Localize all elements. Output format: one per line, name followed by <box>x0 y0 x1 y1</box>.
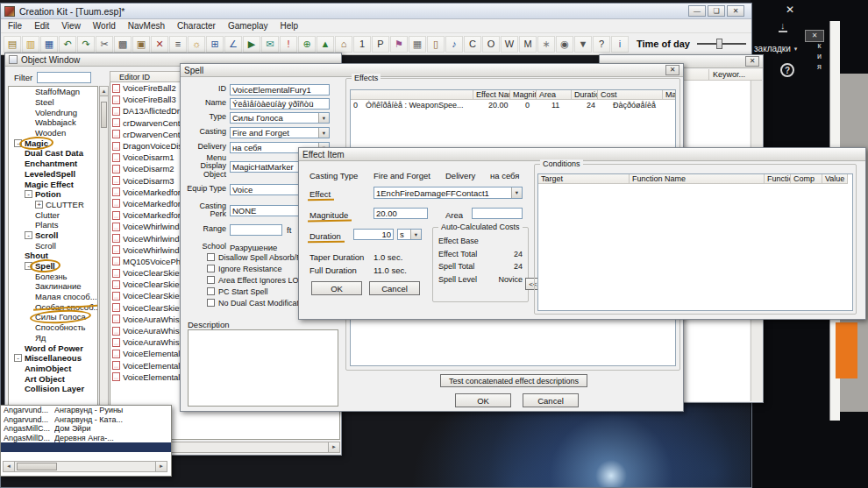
menu-item[interactable]: View <box>61 21 81 31</box>
close-icon[interactable]: ✕ <box>665 65 679 75</box>
tree-item[interactable]: LeveledSpell <box>9 169 97 180</box>
close-icon[interactable]: ✕ <box>745 56 759 67</box>
undo-icon[interactable]: ↶ <box>59 36 76 53</box>
info-icon[interactable]: i <box>611 36 629 53</box>
minimize-button[interactable]: — <box>688 5 706 17</box>
tree-item[interactable]: AnimObject <box>9 364 97 374</box>
scroll-right-icon[interactable]: ► <box>155 462 167 471</box>
tree-item[interactable]: Dual Cast Data <box>9 148 97 159</box>
tree-item[interactable]: Малая способ... <box>9 292 97 302</box>
scroll-thumb[interactable] <box>101 102 107 128</box>
tree-item[interactable]: Scroll <box>9 240 97 251</box>
flag-icon[interactable]: ⚑ <box>390 36 408 53</box>
terrain-icon[interactable]: ▲ <box>317 36 334 53</box>
checkbox[interactable] <box>207 299 215 307</box>
tree-item[interactable]: Особая способ... <box>9 301 97 312</box>
effects-column-header[interactable]: Area <box>537 90 572 100</box>
checkbox[interactable] <box>207 265 215 272</box>
cut-icon[interactable]: ✂ <box>96 36 113 53</box>
letter-w-icon[interactable]: W <box>501 36 518 53</box>
tree-item[interactable]: Заклинание <box>9 281 97 292</box>
menu-item[interactable]: Character <box>177 21 216 31</box>
conditions-column-header[interactable]: Target <box>538 174 630 184</box>
tree-item[interactable]: Volendrung <box>9 107 97 117</box>
conditions-column-header[interactable]: Value <box>822 174 848 184</box>
tree-item[interactable]: - Scroll <box>9 230 97 241</box>
cell-row[interactable]: AngasMillC... Дом Эйри <box>1 424 171 434</box>
effect-select[interactable]: 1EnchFireDamageFFContact1▾ <box>374 187 523 199</box>
description-textarea[interactable] <box>188 329 338 407</box>
snap-grid-icon[interactable]: ⊞ <box>206 36 224 53</box>
menu-item[interactable]: Edit <box>34 21 49 31</box>
tree-expander-icon[interactable]: - <box>14 139 22 147</box>
maximize-button[interactable]: ❏ <box>708 5 725 17</box>
cancel-button[interactable]: Cancel <box>523 393 579 407</box>
tree-item[interactable]: Яд <box>9 333 97 343</box>
menu-item[interactable]: File <box>8 21 22 31</box>
cell-row[interactable]: AngasMillD... Деревня Анга-... <box>1 434 171 443</box>
copy-icon[interactable]: ▩ <box>114 36 132 53</box>
name-input[interactable]: Ýëåìåíòàëüíàÿ ÿðîñòü <box>230 98 330 110</box>
cancel-button[interactable]: Cancel <box>369 281 420 295</box>
tree-item[interactable]: Enchantment <box>9 159 97 169</box>
camera-icon[interactable]: ◉ <box>556 36 573 53</box>
checkbox[interactable] <box>207 253 215 261</box>
details-icon[interactable]: ≡ <box>169 36 187 53</box>
sound-icon[interactable]: ♪ <box>445 36 463 53</box>
casting-select[interactable]: Fire and Forget▾ <box>230 127 330 138</box>
checkbox[interactable] <box>207 276 215 284</box>
letter-c-icon[interactable]: C <box>464 36 481 53</box>
letter-m-icon[interactable]: M <box>519 36 537 53</box>
menu-item[interactable]: NavMesh <box>128 21 165 31</box>
tree-item[interactable]: + CLUTTER <box>9 200 97 210</box>
tree-item[interactable]: Magic Effect <box>9 179 97 189</box>
effects-column-header[interactable]: Cost <box>598 90 663 100</box>
ok-button[interactable]: OK <box>455 393 511 407</box>
tree-expander-icon[interactable]: - <box>25 190 32 198</box>
tree-item[interactable]: Word of Power <box>9 343 97 353</box>
tree-vscrollbar[interactable]: ▲ ▼ <box>99 86 109 442</box>
conditions-column-header[interactable]: Function Info <box>765 174 791 184</box>
tree-item[interactable]: - Spell <box>9 261 97 272</box>
menu-item[interactable]: Help <box>281 21 299 31</box>
dialogue-icon[interactable]: ✉ <box>261 36 279 53</box>
tree-expander-icon[interactable]: - <box>25 262 32 270</box>
duration-input[interactable]: 10 <box>353 229 394 240</box>
marker-p-icon[interactable]: P <box>372 36 389 53</box>
world-icon[interactable]: ⊕ <box>298 36 316 53</box>
tree-item[interactable]: Steel <box>9 97 97 108</box>
close-button[interactable]: ✕ <box>727 5 744 17</box>
effect-row[interactable]: 0 Óñêîðåíèå : WeaponSpee... 20.00 0 11 2… <box>351 100 675 111</box>
tree-item[interactable]: Shout <box>9 251 97 261</box>
delete-icon[interactable]: ✕ <box>151 36 168 53</box>
slider-thumb[interactable] <box>716 39 722 49</box>
tree-expander-icon[interactable]: - <box>25 231 32 239</box>
tree-item[interactable]: - Miscellaneous <box>9 353 97 364</box>
bookmarks-menu[interactable]: закладки ▾ <box>754 44 797 53</box>
run-havok-icon[interactable]: ▶ <box>243 36 260 53</box>
scroll-thumb[interactable] <box>17 463 57 470</box>
effects-column-header[interactable] <box>351 90 473 100</box>
tree-expander-icon[interactable]: - <box>14 354 22 362</box>
cell-row-selected[interactable] <box>1 442 171 452</box>
scroll-up-icon[interactable]: ▲ <box>100 87 108 96</box>
save-icon[interactable]: ▦ <box>40 36 58 53</box>
tree-item[interactable]: Болезнь <box>9 271 97 281</box>
magnitude-input[interactable]: 20.00 <box>374 208 428 219</box>
marker-1-icon[interactable]: 1 <box>353 36 371 53</box>
conditions-list[interactable] <box>538 184 852 310</box>
tree-item[interactable]: Clutter <box>9 209 97 220</box>
effects-column-header[interactable]: Magic School <box>663 90 676 100</box>
cell-row[interactable]: Angarvund... Ангарвунд - Руины <box>1 406 171 415</box>
tree-item[interactable]: StaffofMagn <box>9 87 97 97</box>
checkbox[interactable] <box>207 287 215 295</box>
title-bar[interactable]: Spell ✕ <box>181 64 683 77</box>
conditions-column-header[interactable]: Comp <box>791 174 822 184</box>
type-select[interactable]: Силы Голоса▾ <box>230 112 330 124</box>
menu-item[interactable]: Gameplay <box>228 21 268 31</box>
open-folder-icon[interactable]: ▥ <box>22 36 39 53</box>
tree-expander-icon[interactable]: + <box>35 201 43 209</box>
test-descriptions-button[interactable]: Test concatenated effect descriptions <box>440 374 587 387</box>
tree-item[interactable]: Wooden <box>9 128 97 138</box>
hammer-icon[interactable]: ∗ <box>537 36 555 53</box>
